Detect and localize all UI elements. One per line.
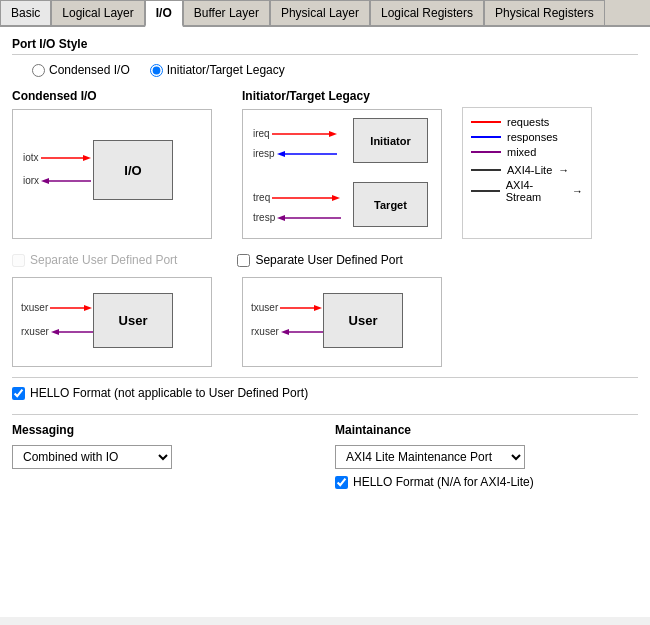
treq-label: treq — [253, 192, 270, 203]
svg-marker-5 — [329, 131, 337, 137]
maintenance-dropdown[interactable]: AXI4 Lite Maintenance Port — [335, 445, 525, 469]
hello-format-checkbox[interactable] — [12, 387, 25, 400]
legend-mixed-line — [471, 151, 501, 153]
legend-axi4stream: AXI4-Stream → — [471, 179, 583, 203]
diagram-area: Condensed I/O I/O iotx iorx — [12, 89, 638, 239]
tab-io[interactable]: I/O — [145, 0, 183, 27]
svg-marker-11 — [277, 215, 285, 221]
iresp-label: iresp — [253, 148, 275, 159]
treq-signal: treq — [253, 192, 340, 203]
txuser-right-signal: txuser — [251, 302, 322, 313]
initiator-diagram-section: Initiator/Target Legacy Initiator ireq i… — [242, 89, 442, 239]
legend-axi4stream-line — [471, 190, 500, 192]
tab-logical-layer[interactable]: Logical Layer — [51, 0, 144, 25]
user-diagram-left: User txuser rxuser — [12, 277, 212, 367]
user-diagram-right: User txuser rxuser — [242, 277, 442, 367]
txuser-left-arrow-icon — [50, 303, 92, 313]
legend-axi4stream-arrow: → — [572, 185, 583, 197]
tab-physical-layer[interactable]: Physical Layer — [270, 0, 370, 25]
legend-responses-line — [471, 136, 501, 138]
iresp-arrow-icon — [277, 149, 337, 159]
separate-port-left[interactable]: Separate User Defined Port — [12, 253, 177, 267]
rxuser-right-signal: rxuser — [251, 326, 323, 337]
tab-physical-registers[interactable]: Physical Registers — [484, 0, 605, 25]
initiator-label: Initiator/Target Legacy — [242, 89, 442, 103]
legend-axi4stream-label: AXI4-Stream — [506, 179, 566, 203]
ireq-label: ireq — [253, 128, 270, 139]
maintenance-hello-text: HELLO Format (N/A for AXI4-Lite) — [353, 475, 534, 489]
rxuser-left-signal: rxuser — [21, 326, 93, 337]
separate-port-row: Separate User Defined Port Separate User… — [12, 249, 638, 267]
maintenance-hello-checkbox[interactable] — [335, 476, 348, 489]
legend-axi4lite-arrow: → — [558, 164, 569, 176]
maintenance-dropdown-container[interactable]: AXI4 Lite Maintenance Port — [335, 445, 638, 469]
iresp-signal: iresp — [253, 148, 337, 159]
separate-port-right-checkbox[interactable] — [237, 254, 250, 267]
iorx-signal: iorx — [23, 175, 91, 186]
txuser-left-label: txuser — [21, 302, 48, 313]
rxuser-left-label: rxuser — [21, 326, 49, 337]
legend-mixed: mixed — [471, 146, 583, 158]
iorx-label: iorx — [23, 175, 39, 186]
rxuser-left-arrow-icon — [51, 327, 93, 337]
tab-basic[interactable]: Basic — [0, 0, 51, 25]
txuser-left-signal: txuser — [21, 302, 92, 313]
separate-port-right[interactable]: Separate User Defined Port — [237, 253, 402, 267]
svg-marker-9 — [332, 195, 340, 201]
iotx-label: iotx — [23, 152, 39, 163]
svg-marker-19 — [281, 329, 289, 335]
condensed-diagram: I/O iotx iorx — [12, 109, 212, 239]
legend-responses: responses — [471, 131, 583, 143]
tab-bar: Basic Logical Layer I/O Buffer Layer Phy… — [0, 0, 650, 27]
radio-condensed[interactable]: Condensed I/O — [32, 63, 130, 77]
radio-initiator-input[interactable] — [150, 64, 163, 77]
iotx-arrow-icon — [41, 153, 91, 163]
svg-marker-7 — [277, 151, 285, 157]
ireq-signal: ireq — [253, 128, 337, 139]
legend-axi-section: AXI4-Lite → AXI4-Stream → — [471, 164, 583, 203]
user-diagram-row: User txuser rxuser User txuser — [12, 277, 638, 367]
radio-initiator[interactable]: Initiator/Target Legacy — [150, 63, 285, 77]
io-box: I/O — [93, 140, 173, 200]
messaging-column: Messaging Combined with IO — [12, 423, 315, 489]
messaging-dropdown-container[interactable]: Combined with IO — [12, 445, 315, 469]
hello-format-label[interactable]: HELLO Format (not applicable to User Def… — [12, 386, 308, 400]
maintenance-hello-label[interactable]: HELLO Format (N/A for AXI4-Lite) — [335, 475, 638, 489]
radio-condensed-input[interactable] — [32, 64, 45, 77]
iorx-arrow-icon — [41, 176, 91, 186]
target-box: Target — [353, 182, 428, 227]
legend-axi4lite-label: AXI4-Lite — [507, 164, 552, 176]
legend-axi4lite-line — [471, 169, 501, 171]
legend-requests-label: requests — [507, 116, 549, 128]
hello-format-text: HELLO Format (not applicable to User Def… — [30, 386, 308, 400]
tresp-arrow-icon — [277, 213, 341, 223]
separate-port-right-label: Separate User Defined Port — [255, 253, 402, 267]
maintenance-column: Maintainance AXI4 Lite Maintenance Port … — [335, 423, 638, 489]
messaging-dropdown[interactable]: Combined with IO — [12, 445, 172, 469]
hello-format-row: HELLO Format (not applicable to User Def… — [12, 377, 638, 400]
content-area: Port I/O Style Condensed I/O Initiator/T… — [0, 27, 650, 617]
port-style-title: Port I/O Style — [12, 37, 638, 55]
rxuser-right-label: rxuser — [251, 326, 279, 337]
tresp-signal: tresp — [253, 212, 341, 223]
txuser-right-arrow-icon — [280, 303, 322, 313]
legend-mixed-label: mixed — [507, 146, 536, 158]
messaging-label: Messaging — [12, 423, 315, 437]
user-box-left: User — [93, 293, 173, 348]
rxuser-right-arrow-icon — [281, 327, 323, 337]
txuser-right-label: txuser — [251, 302, 278, 313]
radio-group: Condensed I/O Initiator/Target Legacy — [12, 63, 638, 77]
separate-port-left-checkbox[interactable] — [12, 254, 25, 267]
bottom-section: Messaging Combined with IO Maintainance … — [12, 414, 638, 489]
separate-port-left-label: Separate User Defined Port — [30, 253, 177, 267]
radio-condensed-label: Condensed I/O — [49, 63, 130, 77]
maintenance-label: Maintainance — [335, 423, 638, 437]
treq-arrow-icon — [272, 193, 340, 203]
legend-requests-line — [471, 121, 501, 123]
tabs-container: Basic Logical Layer I/O Buffer Layer Phy… — [0, 0, 650, 27]
condensed-diagram-section: Condensed I/O I/O iotx iorx — [12, 89, 212, 239]
tab-logical-registers[interactable]: Logical Registers — [370, 0, 484, 25]
svg-marker-3 — [41, 178, 49, 184]
legend-responses-label: responses — [507, 131, 558, 143]
tab-buffer-layer[interactable]: Buffer Layer — [183, 0, 270, 25]
